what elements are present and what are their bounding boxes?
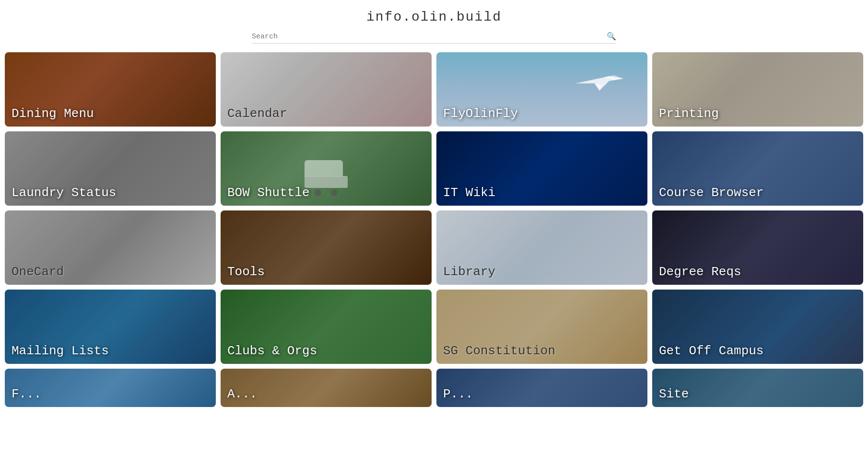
tile-library[interactable]: Library — [436, 210, 647, 285]
tile-printing[interactable]: Printing — [652, 52, 863, 127]
tile-course-browser[interactable]: Course Browser — [652, 131, 863, 206]
site-title: info.olin.build — [0, 0, 868, 32]
tile-calendar[interactable]: Calendar — [221, 52, 432, 127]
tile-grid: Dining Menu Calendar FlyOlinFly Printing… — [0, 52, 868, 412]
tile-label-clubs-orgs: Clubs & Orgs — [221, 338, 324, 364]
tile-label-degree-reqs: Degree Reqs — [652, 259, 748, 285]
tile-degree-reqs[interactable]: Degree Reqs — [652, 210, 863, 285]
tile-flyolinfly[interactable]: FlyOlinFly — [436, 52, 647, 127]
tile-label-calendar: Calendar — [221, 101, 294, 127]
tile-label-laundry-status: Laundry Status — [5, 180, 123, 206]
tile-clubs-orgs[interactable]: Clubs & Orgs — [221, 290, 432, 364]
tile-bottom1[interactable]: F... — [5, 369, 216, 407]
tile-sg-constitution[interactable]: SG Constitution — [436, 290, 647, 364]
tile-label-get-off-campus: Get Off Campus — [652, 338, 770, 364]
tile-dining-menu[interactable]: Dining Menu — [5, 52, 216, 127]
tile-laundry-status[interactable]: Laundry Status — [5, 131, 216, 206]
tile-tools[interactable]: Tools — [221, 210, 432, 285]
tile-label-bottom2: A... — [221, 382, 264, 407]
tile-label-bow-shuttle: BOW Shuttle — [221, 180, 317, 206]
search-input[interactable] — [252, 33, 607, 41]
tile-label-dining-menu: Dining Menu — [5, 101, 101, 127]
tile-label-bottom4: Site — [652, 382, 695, 407]
tile-get-off-campus[interactable]: Get Off Campus — [652, 290, 863, 364]
tile-label-printing: Printing — [652, 101, 726, 127]
tile-mailing-lists[interactable]: Mailing Lists — [5, 290, 216, 364]
tile-label-tools: Tools — [221, 259, 271, 285]
tile-bottom2[interactable]: A... — [221, 369, 432, 407]
tile-label-it-wiki: IT Wiki — [436, 180, 502, 206]
tile-it-wiki[interactable]: IT Wiki — [436, 131, 647, 206]
tile-bottom3[interactable]: P... — [436, 369, 647, 407]
tile-label-bottom1: F... — [5, 382, 48, 407]
tile-label-mailing-lists: Mailing Lists — [5, 338, 116, 364]
tile-label-bottom3: P... — [436, 382, 480, 407]
search-icon[interactable]: 🔍 — [607, 32, 616, 41]
tile-label-sg-constitution: SG Constitution — [436, 338, 562, 364]
tile-label-onecard: OneCard — [5, 259, 70, 285]
tile-label-course-browser: Course Browser — [652, 180, 770, 206]
search-bar: 🔍 — [252, 32, 616, 44]
tile-onecard[interactable]: OneCard — [5, 210, 216, 285]
tile-bottom4[interactable]: Site — [652, 369, 863, 407]
tile-bow-shuttle[interactable]: BOW Shuttle — [221, 131, 432, 206]
tile-label-library: Library — [436, 259, 502, 285]
tile-label-flyolinfly: FlyOlinFly — [436, 101, 525, 127]
